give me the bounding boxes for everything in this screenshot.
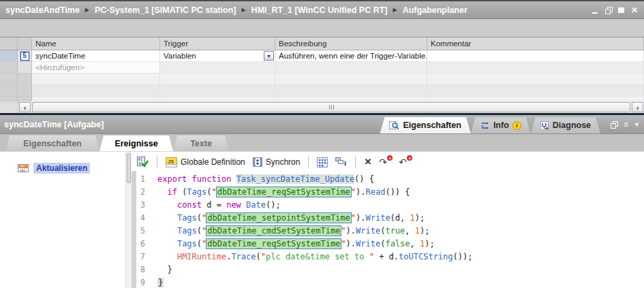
code-text: const d = new Date(); <box>151 200 281 210</box>
list-menu-icon[interactable]: ≡ <box>624 121 628 129</box>
code-text: Tags("dbDateTime_reqSetSystemTime").Writ… <box>151 239 435 249</box>
pane-tab-diagnose[interactable]: Diagnose <box>531 117 600 133</box>
event-item-label: Aktualisieren <box>33 163 90 174</box>
delete-x-icon: ✕ <box>364 157 371 167</box>
global-definition-button[interactable]: JS Globale Definition <box>164 157 247 168</box>
info-alert-icon: i <box>512 121 521 130</box>
breadcrumb-item[interactable]: HMI_RT_1 [WinCC Unified PC RT] <box>251 5 388 15</box>
svg-text:10: 10 <box>138 161 142 165</box>
empty-row <box>0 74 644 85</box>
empty-row <box>0 97 644 101</box>
svg-text:i: i <box>344 159 346 167</box>
svg-text:JS: JS <box>168 158 174 164</box>
scroll-right-button[interactable]: › <box>632 102 643 112</box>
description-cell[interactable]: Ausführen, wenn eine der Trigger-Variabl… <box>275 50 427 62</box>
code-line: 6 Tags("dbDateTime_reqSetSystemTime").Wr… <box>136 237 644 250</box>
comment-cell[interactable] <box>427 50 644 62</box>
inspector-window-icons: ≡ ▼ <box>610 121 640 129</box>
snippets-button[interactable] <box>316 157 329 168</box>
redo-error-icon: ↷ x <box>379 157 391 167</box>
code-line: 8 } <box>136 263 644 276</box>
event-item-aktualisieren[interactable]: 101 101 Aktualisieren <box>18 163 90 174</box>
redo-error-button[interactable]: ↷ x <box>378 157 393 167</box>
event-list-scrollbar[interactable] <box>125 152 132 288</box>
trigger-dropdown-button[interactable]: ▼ <box>264 51 274 61</box>
pane-tab-eigenschaften[interactable]: Eigenschaften <box>380 117 470 133</box>
code-text: } <box>151 278 164 287</box>
scrollbar-thumb[interactable] <box>32 102 630 112</box>
undo-error-button[interactable]: ↶ x <box>397 157 412 167</box>
float-window-icon[interactable] <box>604 6 613 14</box>
tab-texte[interactable]: Texte <box>173 135 229 151</box>
minimize-icon[interactable] <box>592 6 600 14</box>
table-header-row: Name Trigger Beschreibung Kommentar <box>0 37 644 50</box>
line-number: 9 <box>136 278 151 287</box>
code-line: 3 const d = new Date(); <box>136 198 644 211</box>
add-task-cell[interactable]: <Hinzufügen> <box>32 62 160 74</box>
close-icon[interactable]: ✕ <box>630 6 639 14</box>
collapse-pane-icon[interactable]: ▼ <box>634 121 640 128</box>
maximize-icon[interactable] <box>617 6 626 14</box>
script-toolbar: 01 10 JS Globale Definition <box>136 155 412 170</box>
scroll-left-button[interactable]: ‹ <box>19 102 31 112</box>
breadcrumb: syncDateAndTime▶PC-System_1 [SIMATIC PC … <box>5 5 467 15</box>
breadcrumb-arrow-icon: ▶ <box>393 7 397 13</box>
inspector-pane-tabs: Eigenschaften Info i Dia <box>380 115 600 133</box>
line-number: 3 <box>136 200 151 210</box>
diagnose-stethoscope-icon <box>540 121 549 130</box>
pane-tab-label: Diagnose <box>553 121 591 130</box>
breadcrumb-item[interactable]: Aufgabenplaner <box>403 5 467 15</box>
breadcrumb-arrow-icon: ▶ <box>241 7 245 13</box>
code-gutter-margin <box>132 171 136 288</box>
svg-text:101: 101 <box>20 169 26 172</box>
row-gutter[interactable] <box>0 50 18 62</box>
delete-button[interactable]: ✕ <box>363 157 373 167</box>
properties-magnifier-icon <box>389 121 399 130</box>
table-row: 5 syncDateTime Variablen ▼ Ausführen, we… <box>0 50 644 62</box>
tab-ereignisse[interactable]: Ereignisse <box>99 135 173 151</box>
tab-eigenschaften[interactable]: Eigenschaften <box>5 135 99 151</box>
synchron-label: Synchron <box>266 157 301 167</box>
sync-updown-icon <box>253 157 262 167</box>
validate-script-button[interactable]: 01 10 <box>136 156 150 168</box>
script-editor: 01 10 JS Globale Definition <box>132 152 644 288</box>
task-type-cell: 5 <box>18 50 32 62</box>
code-text: HMIRuntime.Trace("plc date&time set to "… <box>151 252 472 261</box>
add-row: <Hinzufügen> <box>0 62 644 74</box>
code-editor-area[interactable]: 1export function Task_syncDateTime_Updat… <box>132 171 644 288</box>
breadcrumb-item[interactable]: syncDateAndTime <box>5 5 80 15</box>
code-text: Tags("dbDateTime_cmdSetSystemTime").Writ… <box>151 226 429 236</box>
task-number-badge-icon: 5 <box>20 52 29 61</box>
breadcrumb-item[interactable]: PC-System_1 [SIMATIC PC station] <box>95 5 236 15</box>
code-text: Tags("dbDateTime_setpointSystemTime").Wr… <box>151 213 425 223</box>
chevron-down-icon: ▼ <box>266 54 271 59</box>
line-number: 2 <box>136 187 151 197</box>
horizontal-scrollbar: ‹ › <box>0 101 644 113</box>
breadcrumb-arrow-icon: ▶ <box>85 7 89 13</box>
float-pane-icon[interactable] <box>610 121 618 129</box>
column-header-beschreibung[interactable]: Beschreibung <box>275 37 427 50</box>
object-info-button[interactable]: i <box>334 157 348 167</box>
inspector-title: syncDateTime [Aufgabe] <box>4 120 104 129</box>
pane-tab-info[interactable]: Info i <box>471 117 531 133</box>
toolbar-strip <box>0 19 644 37</box>
line-number: 4 <box>136 213 151 223</box>
pane-tab-label: Info <box>493 121 509 130</box>
line-number: 6 <box>136 239 151 249</box>
code-text: if (Tags("dbDateTime_reqSetSystemTime").… <box>151 187 410 197</box>
column-header-name[interactable]: Name <box>32 37 160 50</box>
breadcrumb-bar: syncDateAndTime▶PC-System_1 [SIMATIC PC … <box>0 1 644 19</box>
line-number: 8 <box>136 265 151 274</box>
column-header-kommentar[interactable]: Kommentar <box>427 37 644 50</box>
scrollbar-thumb[interactable] <box>127 153 131 183</box>
scrollbar-track[interactable] <box>32 102 630 112</box>
validate-script-icon: 01 10 <box>137 157 149 167</box>
code-line: 1export function Task_syncDateTime_Updat… <box>136 172 644 185</box>
task-name-cell[interactable]: syncDateTime <box>32 50 160 62</box>
code-line: 2 if (Tags("dbDateTime_reqSetSystemTime"… <box>136 185 644 198</box>
synchron-toggle-button[interactable]: Synchron <box>251 157 302 167</box>
code-line: 5 Tags("dbDateTime_cmdSetSystemTime").Wr… <box>136 224 644 237</box>
trigger-cell[interactable]: Variablen ▼ <box>160 50 275 62</box>
trigger-value: Variablen <box>164 52 196 60</box>
column-header-trigger[interactable]: Trigger <box>160 37 275 50</box>
